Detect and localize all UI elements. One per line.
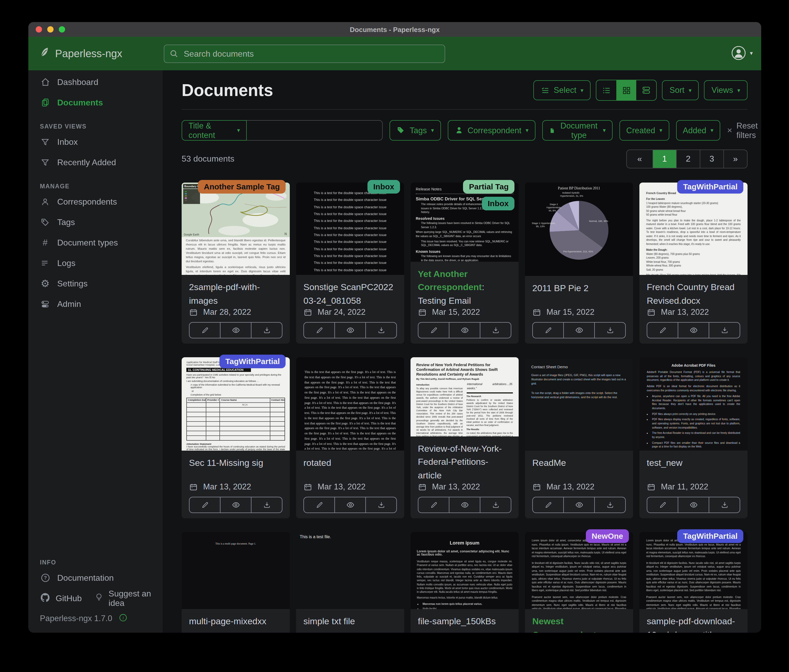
document-title[interactable]: 2011 BP Pie 2 <box>532 282 626 295</box>
sort-button[interactable]: Sort ▾ <box>662 80 699 100</box>
document-thumbnail[interactable]: Lorem ipsum Lorem ipsum dolor sit amet, … <box>410 532 519 609</box>
document-thumbnail[interactable]: Lorem ipsum dolor sit amet, consectetur … <box>525 532 633 609</box>
sidebar-item-suggest-idea[interactable]: Suggest an idea <box>94 589 163 608</box>
sidebar-item-recently-added[interactable]: Recently Added <box>40 152 163 173</box>
pagination-next[interactable]: » <box>724 150 747 168</box>
sidebar-item-document-types[interactable]: # Document types <box>40 232 163 253</box>
document-title[interactable]: sample-pdf-download-10-mb-longer-title <box>647 615 740 633</box>
document-type-filter-button[interactable]: Document type ▾ <box>542 120 612 140</box>
tags-filter-button[interactable]: Tags ▾ <box>390 120 441 140</box>
sidebar-item-correspondents[interactable]: Correspondents <box>40 191 163 212</box>
pagination-page-2[interactable]: 2 <box>676 150 700 168</box>
document-thumbnail[interactable]: This is the text that appears on the fir… <box>296 357 404 451</box>
document-title[interactable]: French Country Bread Revised.docx <box>647 281 740 307</box>
document-thumbnail[interactable]: Contact Sheet Demo Given a set of image … <box>525 357 633 451</box>
download-button[interactable] <box>365 323 396 338</box>
download-button[interactable] <box>709 497 739 513</box>
view-button[interactable] <box>220 323 251 338</box>
download-button[interactable] <box>480 497 511 513</box>
edit-button[interactable] <box>190 497 220 513</box>
document-title[interactable]: simple txt file <box>303 615 397 628</box>
view-button[interactable] <box>678 323 709 338</box>
edit-button[interactable] <box>418 323 449 338</box>
created-filter-button[interactable]: Created ▾ <box>620 120 669 140</box>
sidebar-item-admin[interactable]: Admin <box>40 294 163 314</box>
tag-badge[interactable]: Inbox <box>482 197 514 210</box>
zoom-window-button[interactable] <box>59 26 65 32</box>
sidebar-item-tags[interactable]: Tags <box>40 212 163 232</box>
edit-button[interactable] <box>533 497 563 513</box>
view-button[interactable] <box>678 497 709 513</box>
document-title[interactable]: Sonstige ScanPC2022 03-24_081058 <box>303 281 397 307</box>
edit-button[interactable] <box>647 323 678 338</box>
correspondent-link[interactable]: Newest Correspondent <box>532 616 596 633</box>
reset-filters-button[interactable]: × Reset filters <box>727 121 758 140</box>
download-button[interactable] <box>594 323 625 338</box>
document-thumbnail[interactable]: Application for Medical Staff Members Go… <box>182 357 290 451</box>
document-thumbnail[interactable]: Lorem ipsum dolor sit amet, consectetur … <box>639 532 747 609</box>
pagination-prev[interactable]: « <box>627 150 653 168</box>
document-title[interactable]: rotated <box>303 456 397 470</box>
edit-button[interactable] <box>190 323 220 338</box>
info-circle-icon[interactable]: i <box>119 613 128 624</box>
download-button[interactable] <box>480 323 511 338</box>
sidebar-item-settings[interactable]: ⚙ Settings <box>40 273 163 294</box>
pagination-page-3[interactable]: 3 <box>700 150 724 168</box>
correspondent-link[interactable]: Yet Another Correspondent <box>418 269 482 292</box>
edit-button[interactable] <box>533 323 563 338</box>
document-title[interactable]: Review-of-New-York-Federal-Petitions-art… <box>418 442 511 482</box>
document-thumbnail[interactable]: Patient BP Distribution 2011 Normal, 190… <box>525 183 633 276</box>
tag-badge[interactable]: TagWithPartial <box>677 529 743 543</box>
document-title[interactable]: Sec 11-Missing sig <box>189 456 283 470</box>
download-button[interactable] <box>365 497 396 513</box>
document-thumbnail[interactable]: French Country Bread For the Leaven 1 he… <box>639 183 747 275</box>
views-button[interactable]: Views ▾ <box>704 80 747 100</box>
download-button[interactable] <box>594 497 625 513</box>
edit-button[interactable] <box>647 497 678 513</box>
tag-badge[interactable]: Partial Tag <box>463 180 514 194</box>
edit-button[interactable] <box>304 497 334 513</box>
select-button[interactable]: Select ▾ <box>533 80 591 100</box>
tag-badge[interactable]: TagWithPartial <box>677 180 743 194</box>
view-button[interactable] <box>563 323 594 338</box>
document-title[interactable]: file-sample_150kBs <box>418 615 511 628</box>
document-title[interactable]: Newest Correspondent: f_combineds <box>532 615 626 633</box>
sidebar-item-inbox[interactable]: Inbox <box>40 132 163 152</box>
edit-button[interactable] <box>418 497 449 513</box>
document-thumbnail[interactable]: Review of New York Federal Petitions for… <box>410 357 519 436</box>
sidebar-item-github[interactable]: GitHub <box>40 592 82 605</box>
grid-view-toggle[interactable] <box>617 80 637 100</box>
search-input[interactable] <box>183 49 445 59</box>
sidebar-item-documentation[interactable]: ? Documentation <box>40 568 163 588</box>
correspondent-filter-button[interactable]: Correspondent ▾ <box>447 120 535 140</box>
document-title[interactable]: multi-page-mixedxx <box>189 615 283 628</box>
document-thumbnail[interactable]: Adobe Acrobat PDF Files Adobe® Portable … <box>639 357 747 451</box>
title-content-filter-button[interactable]: Title & content ▾ <box>182 120 247 140</box>
view-button[interactable] <box>334 497 365 513</box>
brand[interactable]: Paperless-ngx <box>38 46 122 61</box>
tag-badge[interactable]: NewOne <box>586 529 629 543</box>
sidebar-item-documents[interactable]: Documents <box>40 92 163 113</box>
view-button[interactable] <box>449 497 480 513</box>
close-window-button[interactable] <box>36 26 42 32</box>
download-button[interactable] <box>251 497 282 513</box>
view-button[interactable] <box>220 497 251 513</box>
tag-badge[interactable]: Inbox <box>367 180 400 194</box>
list-view-toggle[interactable] <box>597 80 617 100</box>
tag-badge[interactable]: Another Sample Tag <box>198 180 286 194</box>
document-thumbnail[interactable]: This is a test file. <box>296 532 404 609</box>
added-filter-button[interactable]: Added ▾ <box>676 120 720 140</box>
document-thumbnail[interactable]: This is a test for the double space char… <box>296 183 404 275</box>
view-button[interactable] <box>563 497 594 513</box>
user-menu[interactable]: ▾ <box>731 45 753 61</box>
edit-button[interactable] <box>304 323 334 338</box>
tag-badge[interactable]: TagWithPartial <box>219 355 286 368</box>
view-button[interactable] <box>334 323 365 338</box>
document-title[interactable]: 2sample-pdf-with-images <box>189 281 283 307</box>
title-content-filter-input[interactable] <box>247 120 383 140</box>
download-button[interactable] <box>251 323 282 338</box>
detail-view-toggle[interactable] <box>637 80 656 100</box>
document-title[interactable]: Yet Another Correspondent: Testing Email <box>418 267 511 307</box>
view-button[interactable] <box>449 323 480 338</box>
sidebar-item-dashboard[interactable]: Dashboard <box>40 72 163 92</box>
